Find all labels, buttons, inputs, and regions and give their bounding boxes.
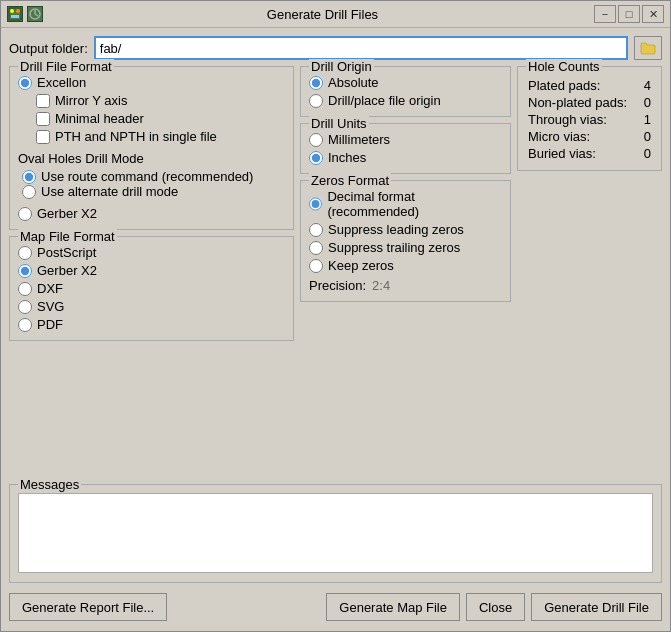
maximize-button[interactable]: □ [618,5,640,23]
output-folder-row: Output folder: [9,36,662,60]
postscript-label[interactable]: PostScript [37,245,96,260]
suppress-trailing-label[interactable]: Suppress trailing zeros [328,240,460,255]
non-plated-pads-label: Non-plated pads: [526,94,641,111]
absolute-option: Absolute [309,75,502,90]
generate-map-button[interactable]: Generate Map File [326,593,460,621]
precision-label: Precision: [309,278,366,293]
postscript-option: PostScript [18,245,285,260]
mirror-y-checkbox[interactable] [36,94,50,108]
postscript-radio[interactable] [18,246,32,260]
folder-icon [640,41,656,55]
keep-zeros-radio[interactable] [309,259,323,273]
micro-vias-row: Micro vias: 0 [526,128,653,145]
precision-row: Precision: 2:4 [309,278,502,293]
buried-vias-value: 0 [641,145,654,162]
suppress-leading-label[interactable]: Suppress leading zeros [328,222,464,237]
drill-place-radio[interactable] [309,94,323,108]
svg-option: SVG [18,299,285,314]
suppress-trailing-option: Suppress trailing zeros [309,240,502,255]
micro-vias-value: 0 [641,128,654,145]
mirror-y-label[interactable]: Mirror Y axis [55,93,127,108]
close-button[interactable]: ✕ [642,5,664,23]
messages-textarea[interactable] [18,493,653,573]
millimeters-option: Millimeters [309,132,502,147]
pdf-label[interactable]: PDF [37,317,63,332]
svg-line-6 [35,14,38,16]
browse-folder-button[interactable] [634,36,662,60]
footer-spacer [173,593,320,621]
use-route-option: Use route command (recommended) [22,169,285,184]
drill-place-label[interactable]: Drill/place file origin [328,93,441,108]
gerber-x2-drill-label[interactable]: Gerber X2 [37,206,97,221]
app-icon [7,6,23,22]
plated-pads-value: 4 [641,77,654,94]
non-plated-pads-row: Non-plated pads: 0 [526,94,653,111]
left-panel: Drill File Format Excellon Mirror Y axis [9,66,294,478]
svg-point-2 [16,9,20,13]
millimeters-radio[interactable] [309,133,323,147]
close-button[interactable]: Close [466,593,525,621]
window-title: Generate Drill Files [51,7,594,22]
absolute-radio[interactable] [309,76,323,90]
content-area: Output folder: Drill File Format Excell [1,28,670,631]
map-gerber-x2-radio[interactable] [18,264,32,278]
drill-units-group: Drill Units Millimeters Inches [300,123,511,174]
minimize-button[interactable]: − [594,5,616,23]
decimal-format-label[interactable]: Decimal format (recommended) [327,189,502,219]
drill-place-option: Drill/place file origin [309,93,502,108]
svg-label[interactable]: SVG [37,299,64,314]
zeros-format-group: Zeros Format Decimal format (recommended… [300,180,511,302]
output-folder-input[interactable] [94,36,628,60]
drill-origin-title: Drill Origin [309,59,374,74]
keep-zeros-option: Keep zeros [309,258,502,273]
through-vias-value: 1 [641,111,654,128]
excellon-label[interactable]: Excellon [37,75,86,90]
keep-zeros-label[interactable]: Keep zeros [328,258,394,273]
secondary-icon [27,6,43,22]
generate-drill-button[interactable]: Generate Drill File [531,593,662,621]
output-folder-label: Output folder: [9,41,88,56]
dxf-label[interactable]: DXF [37,281,63,296]
svg-radio[interactable] [18,300,32,314]
suppress-leading-option: Suppress leading zeros [309,222,502,237]
use-alternate-option: Use alternate drill mode [22,184,285,199]
micro-vias-label: Micro vias: [526,128,641,145]
plated-pads-row: Plated pads: 4 [526,77,653,94]
millimeters-label[interactable]: Millimeters [328,132,390,147]
use-route-radio[interactable] [22,170,36,184]
inches-radio[interactable] [309,151,323,165]
suppress-trailing-radio[interactable] [309,241,323,255]
right-panel: Hole Counts Plated pads: 4 Non-plated pa… [517,66,662,478]
minimal-header-label[interactable]: Minimal header [55,111,144,126]
use-alternate-label[interactable]: Use alternate drill mode [41,184,178,199]
drill-file-format-content: Excellon Mirror Y axis Minimal header [18,75,285,221]
dxf-option: DXF [18,281,285,296]
gerber-x2-drill-radio[interactable] [18,207,32,221]
footer-buttons: Generate Report File... Generate Map Fil… [9,589,662,623]
drill-units-content: Millimeters Inches [309,132,502,165]
map-gerber-x2-option: Gerber X2 [18,263,285,278]
through-vias-row: Through vias: 1 [526,111,653,128]
generate-report-button[interactable]: Generate Report File... [9,593,167,621]
absolute-label[interactable]: Absolute [328,75,379,90]
inches-option: Inches [309,150,502,165]
dxf-radio[interactable] [18,282,32,296]
pth-npth-label[interactable]: PTH and NPTH in single file [55,129,217,144]
minimal-header-checkbox[interactable] [36,112,50,126]
buried-vias-row: Buried vias: 0 [526,145,653,162]
middle-panel: Drill Origin Absolute Drill/place file o… [300,66,511,478]
messages-title: Messages [18,477,81,492]
pth-npth-checkbox[interactable] [36,130,50,144]
use-route-label[interactable]: Use route command (recommended) [41,169,253,184]
excellon-radio[interactable] [18,76,32,90]
drill-units-title: Drill Units [309,116,369,131]
oval-holes-title: Oval Holes Drill Mode [18,151,285,166]
inches-label[interactable]: Inches [328,150,366,165]
map-gerber-x2-label[interactable]: Gerber X2 [37,263,97,278]
main-panels: Drill File Format Excellon Mirror Y axis [9,66,662,478]
drill-origin-content: Absolute Drill/place file origin [309,75,502,108]
decimal-format-radio[interactable] [309,197,322,211]
use-alternate-radio[interactable] [22,185,36,199]
suppress-leading-radio[interactable] [309,223,323,237]
pdf-radio[interactable] [18,318,32,332]
